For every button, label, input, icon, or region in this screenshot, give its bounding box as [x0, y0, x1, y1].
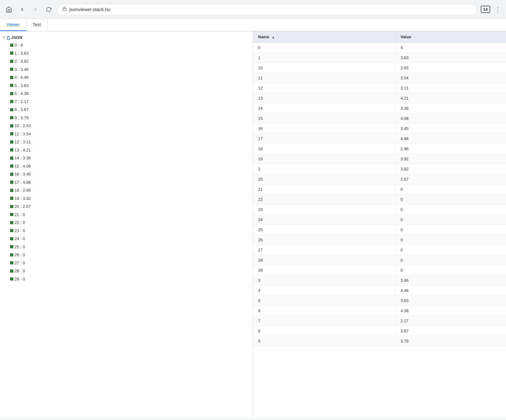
tree-item[interactable]: 22 : 0	[0, 219, 253, 227]
item-key: 29	[15, 276, 19, 282]
tree-item[interactable]: 1 : 3.63	[0, 49, 253, 58]
json-root-label: JSON	[11, 35, 22, 40]
back-button[interactable]	[17, 4, 27, 15]
tab-count-button[interactable]: 14	[481, 6, 490, 13]
item-value: 0	[23, 212, 25, 218]
tree-item[interactable]: 16 : 3.45	[0, 170, 253, 178]
tree-item[interactable]: 29 : 0	[0, 275, 253, 283]
value-indicator	[10, 60, 13, 63]
address-bar[interactable]: jsonviewer.stack.hu	[57, 4, 478, 15]
value-indicator	[10, 229, 13, 232]
tree-item[interactable]: 27 : 0	[0, 259, 253, 267]
tree-item[interactable]: 0 : 4	[0, 41, 253, 49]
item-separator: :	[20, 155, 22, 161]
tree-item[interactable]: 13 : 4.21	[0, 146, 253, 154]
tree-root[interactable]: ▽ [] JSON	[0, 34, 253, 41]
item-separator: :	[18, 90, 19, 97]
tree-item[interactable]: 7 : 2.17	[0, 98, 253, 106]
item-separator: :	[20, 131, 22, 137]
menu-button[interactable]: ⋮	[493, 4, 502, 15]
cell-value: 0	[395, 245, 506, 255]
value-indicator	[10, 269, 13, 273]
tree-item[interactable]: 14 : 3.38	[0, 154, 253, 162]
item-value: 3.79	[21, 115, 28, 121]
tree-item[interactable]: 17 : 4.86	[0, 178, 253, 187]
item-separator: :	[20, 212, 22, 218]
table-row: 1 3.63	[253, 53, 506, 63]
tree-item[interactable]: 19 : 3.92	[0, 195, 253, 203]
url-display: jsonviewer.stack.hu	[69, 7, 110, 12]
item-value: 3.63	[21, 50, 28, 57]
cell-name: 10	[253, 63, 395, 73]
cell-value: 0	[395, 235, 506, 245]
item-value: 3.45	[23, 171, 31, 177]
tree-item[interactable]: 21 : 0	[0, 211, 253, 219]
tree-item[interactable]: 10 : 2.63	[0, 122, 253, 130]
cell-value: 4.86	[395, 134, 506, 144]
cell-value: 2.67	[395, 174, 506, 184]
item-key: 20	[15, 203, 19, 210]
table-row: 4 4.46	[253, 286, 506, 296]
column-value-header[interactable]: Value	[395, 31, 506, 43]
tree-item[interactable]: 26 : 0	[0, 251, 253, 259]
collapse-icon[interactable]: ▽	[3, 35, 5, 40]
value-indicator	[10, 100, 13, 103]
tree-item[interactable]: 6 : 4.38	[0, 90, 253, 98]
table-body: 0 4 1 3.63 10 2.63 11 3.54 12 3.11 13 4.…	[253, 43, 506, 346]
value-indicator	[10, 245, 13, 248]
item-key: 16	[15, 171, 19, 177]
tree-items-container: 0 : 4 1 : 3.63 2 : 3.82 3 : 3.46 4 : 4.4…	[0, 41, 253, 283]
tree-item[interactable]: 12 : 3.11	[0, 138, 253, 146]
tab-viewer[interactable]: Viewer	[0, 19, 27, 31]
item-key: 10	[15, 123, 19, 129]
value-indicator	[10, 221, 13, 224]
tree-item[interactable]: 15 : 4.08	[0, 162, 253, 170]
home-button[interactable]	[4, 4, 14, 15]
item-separator: :	[20, 219, 22, 226]
tree-item[interactable]: 3 : 3.46	[0, 65, 253, 74]
item-key: 18	[15, 187, 19, 194]
tree-item[interactable]: 25 : 0	[0, 243, 253, 251]
item-separator: :	[20, 244, 22, 250]
table-row: 24 0	[253, 215, 506, 225]
tree-item[interactable]: 11 : 3.54	[0, 130, 253, 138]
item-value: 0	[23, 219, 25, 226]
table-row: 28 0	[253, 255, 506, 265]
array-bracket-icon: []	[7, 35, 10, 40]
item-value: 3.11	[23, 139, 31, 145]
column-name-header[interactable]: Name ▲	[253, 31, 395, 43]
tree-item[interactable]: 9 : 3.79	[0, 114, 253, 122]
item-key: 12	[15, 139, 19, 145]
table-row: 15 4.08	[253, 114, 506, 124]
tree-item[interactable]: 5 : 3.63	[0, 82, 253, 90]
value-indicator	[10, 44, 13, 47]
cell-name: 2	[253, 164, 395, 174]
tree-item[interactable]: 4 : 4.46	[0, 73, 253, 82]
table-row: 23 0	[253, 205, 506, 215]
item-value: 2.67	[23, 203, 31, 210]
item-value: 2.17	[21, 99, 28, 105]
item-separator: :	[18, 107, 19, 113]
cell-value: 4.08	[395, 114, 506, 124]
cell-name: 4	[253, 286, 395, 296]
cell-name: 16	[253, 124, 395, 134]
tree-item[interactable]: 24 : 0	[0, 235, 253, 243]
tree-item[interactable]: 18 : 2.96	[0, 186, 253, 195]
reload-button[interactable]	[44, 4, 54, 15]
tree-item[interactable]: 20 : 2.67	[0, 202, 253, 211]
tree-item[interactable]: 2 : 3.82	[0, 57, 253, 65]
tree-item[interactable]: 23 : 0	[0, 227, 253, 235]
value-indicator	[10, 261, 13, 264]
value-indicator	[10, 84, 13, 87]
tree-item[interactable]: 28 : 0	[0, 267, 253, 275]
tree-item[interactable]: 8 : 3.67	[0, 106, 253, 114]
item-key: 22	[15, 219, 19, 226]
item-key: 9	[15, 115, 17, 121]
cell-name: 18	[253, 144, 395, 154]
table-row: 5 3.63	[253, 296, 506, 306]
cell-name: 13	[253, 93, 395, 103]
forward-button[interactable]	[30, 4, 40, 15]
table-row: 29 0	[253, 265, 506, 275]
tab-text[interactable]: Text	[27, 19, 48, 31]
cell-name: 26	[253, 235, 395, 245]
